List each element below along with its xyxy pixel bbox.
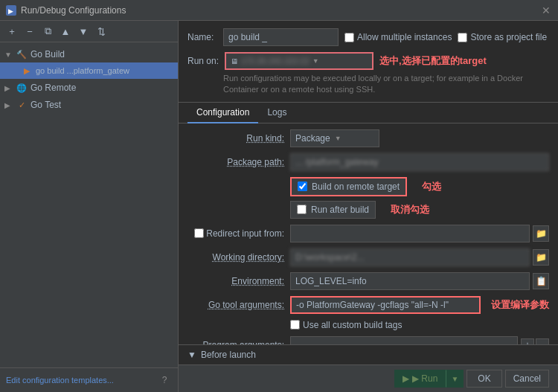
store-as-project-label[interactable]: Store as project file xyxy=(458,32,547,42)
working-dir-label: Working directory: xyxy=(187,252,284,263)
tab-logs[interactable]: Logs xyxy=(258,103,295,123)
cancel-button[interactable]: Cancel xyxy=(505,370,549,388)
go-build-item-label: go build ...platform_gatew xyxy=(36,66,129,75)
allow-multiple-checkbox[interactable] xyxy=(344,33,354,42)
build-remote-annotation: 勾选 xyxy=(422,180,441,193)
remove-config-button[interactable]: − xyxy=(22,24,37,39)
go-tool-args-annotation: 设置编译参数 xyxy=(491,298,549,312)
working-dir-value: 📁 xyxy=(290,248,549,266)
build-on-remote-checkbox[interactable] xyxy=(298,181,307,191)
program-args-remove-btn[interactable]: − xyxy=(536,338,549,344)
redirect-input-label: Redirect input from: xyxy=(187,228,284,239)
redirect-folder-btn[interactable]: 📁 xyxy=(533,225,549,242)
name-field-label: Name: xyxy=(187,32,217,42)
help-text: Run configurations may be executed local… xyxy=(187,73,549,96)
run-kind-arrow: ▼ xyxy=(335,135,341,142)
tree-group-go-build: ▼ 🔨 Go Build ▶ go build ...platform_gate… xyxy=(0,46,178,79)
svg-text:▶: ▶ xyxy=(8,7,13,15)
build-on-remote-container: Build on remote target xyxy=(290,177,407,196)
move-up-button[interactable]: ▲ xyxy=(58,24,73,39)
go-build-item-icon: ▶ xyxy=(21,65,33,77)
app-icon: ▶ xyxy=(6,5,16,16)
go-tool-args-row: Go tool arguments: 设置编译参数 xyxy=(187,296,549,314)
name-row: Name: Allow multiple instances Store as … xyxy=(187,28,549,46)
tree-item-go-build-platform[interactable]: ▶ go build ...platform_gatew xyxy=(0,62,178,79)
help-button[interactable]: ? xyxy=(157,373,172,388)
redirect-input-field[interactable] xyxy=(290,225,530,242)
program-args-value: + − xyxy=(290,336,549,344)
tree-arrow-go-remote: ▶ xyxy=(4,84,13,92)
config-header: Name: Allow multiple instances Store as … xyxy=(179,21,558,103)
package-path-input[interactable] xyxy=(290,153,549,171)
move-down-button[interactable]: ▼ xyxy=(76,24,91,39)
program-args-add-btn[interactable]: + xyxy=(521,338,534,344)
working-dir-folder-btn[interactable]: 📁 xyxy=(533,249,549,266)
run-on-select[interactable]: 🖥 172.26.242.222:22 ▼ xyxy=(225,52,373,70)
go-tool-args-value xyxy=(290,296,481,314)
add-config-button[interactable]: + xyxy=(4,24,19,39)
program-args-add-remove: + − xyxy=(521,338,549,344)
tree-group-header-go-remote[interactable]: ▶ 🌐 Go Remote xyxy=(0,80,178,96)
environment-label: Environment: xyxy=(187,276,284,286)
run-after-build-container: Run after build xyxy=(290,201,376,219)
working-dir-input[interactable] xyxy=(290,248,530,266)
working-dir-row: Working directory: 📁 xyxy=(187,248,549,266)
tree-arrow-go-test: ▶ xyxy=(4,101,13,109)
tree-group-header-go-test[interactable]: ▶ ✓ Go Test xyxy=(0,97,178,113)
sidebar-tree: ▼ 🔨 Go Build ▶ go build ...platform_gate… xyxy=(0,42,178,208)
run-after-build-checkbox[interactable] xyxy=(297,205,307,214)
before-launch-arrow: ▼ xyxy=(187,350,196,360)
store-as-project-checkbox[interactable] xyxy=(458,33,467,42)
bottom-bar: ▶ ▶ Run ▼ OK Cancel xyxy=(179,364,558,392)
package-path-label: Package path: xyxy=(187,157,284,167)
close-button[interactable]: ✕ xyxy=(540,4,552,16)
tree-group-header-go-build[interactable]: ▼ 🔨 Go Build xyxy=(0,46,178,62)
run-after-build-label: Run after build xyxy=(311,205,369,215)
ok-button[interactable]: OK xyxy=(466,370,501,388)
go-remote-icon: 🌐 xyxy=(16,82,28,94)
config-content: Run kind: Package ▼ Package path: xyxy=(179,123,558,344)
run-kind-value: Package ▼ xyxy=(290,129,549,147)
build-on-remote-label: Build on remote target xyxy=(312,181,400,192)
program-args-input[interactable] xyxy=(290,336,518,344)
allow-multiple-label[interactable]: Allow multiple instances xyxy=(344,32,452,42)
tabs-row: Configuration Logs xyxy=(179,103,558,123)
environment-input[interactable] xyxy=(290,272,530,290)
run-on-value: 172.26.242.222:22 xyxy=(241,57,310,65)
package-path-row: Package path: xyxy=(187,153,549,171)
tree-group-go-remote: ▶ 🌐 Go Remote xyxy=(0,80,178,96)
redirect-input-checkbox[interactable] xyxy=(194,228,204,238)
title-bar-text: Run/Debug Configurations xyxy=(21,5,540,16)
run-button[interactable]: ▶ ▶ Run xyxy=(394,370,446,388)
sort-button[interactable]: ⇅ xyxy=(94,24,109,39)
sidebar: + − ⧉ ▲ ▼ ⇅ ▼ 🔨 Go Build ▶ go build ...p… xyxy=(0,21,179,392)
go-test-icon: ✓ xyxy=(16,99,28,111)
go-test-label: Go Test xyxy=(31,100,61,110)
name-input[interactable] xyxy=(223,28,339,46)
run-after-build-annotation: 取消勾选 xyxy=(391,203,429,216)
run-icon: ▶ xyxy=(403,373,409,384)
program-args-row: Program arguments: + − xyxy=(187,336,549,344)
run-dropdown-button[interactable]: ▼ xyxy=(446,370,464,388)
run-label: ▶ Run xyxy=(412,373,437,384)
environment-row: Environment: 📋 xyxy=(187,272,549,290)
environment-value: 📋 xyxy=(290,272,549,290)
environment-folder-btn[interactable]: 📋 xyxy=(533,273,549,289)
run-kind-row: Run kind: Package ▼ xyxy=(187,129,549,147)
tab-configuration[interactable]: Configuration xyxy=(187,103,258,123)
manage-targets-annotation: 选中,选择已配置的target xyxy=(379,54,487,68)
run-on-icon: 🖥 xyxy=(231,57,238,65)
go-build-label: Go Build xyxy=(31,49,65,60)
use-all-tags-label[interactable]: Use all custom build tags xyxy=(290,320,549,330)
run-on-dropdown-arrow: ▼ xyxy=(312,57,319,65)
run-on-label: Run on: xyxy=(187,56,219,66)
redirect-input-value: 📁 xyxy=(290,225,549,242)
run-button-group: ▶ ▶ Run ▼ xyxy=(394,370,464,388)
run-kind-select[interactable]: Package ▼ xyxy=(290,129,379,147)
copy-config-button[interactable]: ⧉ xyxy=(40,24,55,39)
redirect-input-row: Redirect input from: 📁 xyxy=(187,225,549,242)
before-launch-header[interactable]: ▼ Before launch xyxy=(179,344,558,364)
go-tool-args-input[interactable] xyxy=(290,296,481,314)
edit-templates-link[interactable]: Edit configuration templates... xyxy=(6,376,114,385)
use-all-tags-checkbox[interactable] xyxy=(290,320,300,330)
